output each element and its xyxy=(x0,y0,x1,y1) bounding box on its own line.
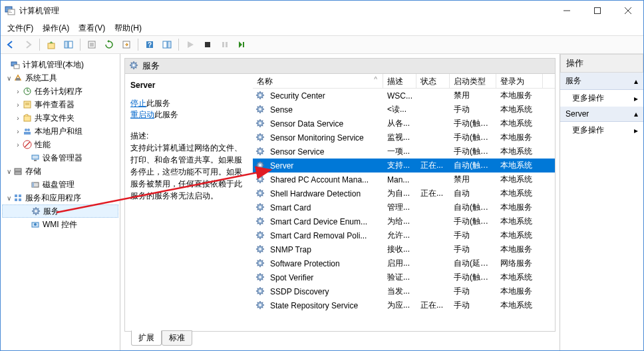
action-group-services[interactable]: 服务▴ xyxy=(560,73,643,90)
tree-localusers[interactable]: ›本地用户和组 xyxy=(2,125,118,138)
svg-line-48 xyxy=(25,142,30,147)
svg-rect-28 xyxy=(163,41,167,48)
menu-action[interactable]: 操作(A) xyxy=(39,21,73,35)
service-row[interactable]: Smart Card管理...自动(触发...本地服务 xyxy=(253,200,555,214)
tree-diskmgmt[interactable]: 磁盘管理 xyxy=(2,178,118,191)
cell-status: 正在... xyxy=(416,300,450,311)
gear-icon xyxy=(255,286,266,297)
gear-icon xyxy=(129,61,138,72)
services-list[interactable]: 名称 描述 状态 启动类型 登录为 Security CenterWSC...禁… xyxy=(253,74,555,331)
help-button[interactable]: ? xyxy=(142,37,157,52)
tab-standard[interactable]: 标准 xyxy=(162,330,192,346)
up-button[interactable] xyxy=(44,37,59,52)
close-button[interactable] xyxy=(613,1,643,21)
service-row[interactable]: Sensor Service一项...手动(触发...本地系统 xyxy=(253,145,555,159)
service-row[interactable]: Sensor Data Service从各...手动(触发...本地系统 xyxy=(253,117,555,131)
services-header: 服务 xyxy=(124,58,556,74)
svg-rect-18 xyxy=(48,43,55,49)
collapse-icon: ▴ xyxy=(634,77,638,86)
service-row[interactable]: Security CenterWSC...禁用本地服务 xyxy=(253,89,555,103)
col-logon[interactable]: 登录为 xyxy=(496,74,543,88)
show-hide-action-button[interactable] xyxy=(160,37,174,52)
menu-help[interactable]: 帮助(H) xyxy=(110,21,146,35)
service-row[interactable]: Sensor Monitoring Service监视...手动(触发...本地… xyxy=(253,131,555,145)
gear-icon xyxy=(255,272,266,283)
tree-systools[interactable]: ∨系统工具 xyxy=(2,71,118,85)
tree-devmgr[interactable]: 设备管理器 xyxy=(2,151,118,165)
gear-icon xyxy=(255,202,266,213)
cell-startup: 禁用 xyxy=(450,174,496,185)
toolbar: ? xyxy=(1,35,643,54)
cell-name: Server xyxy=(266,161,383,171)
cell-desc: 管理... xyxy=(383,202,416,213)
svg-rect-19 xyxy=(65,41,68,48)
service-row[interactable]: SSDP Discovery当发...手动本地服务 xyxy=(253,284,555,298)
action-header: 操作 xyxy=(560,54,643,73)
service-row[interactable]: Server支持...正在...自动(触发...本地系统 xyxy=(253,159,555,173)
titlebar: 计算机管理 xyxy=(1,1,643,21)
cell-startup: 手动 xyxy=(450,230,496,241)
service-row[interactable]: Shell Hardware Detection为自...正在...自动本地系统 xyxy=(253,186,555,200)
cell-desc: 验证... xyxy=(383,272,416,283)
cell-name: Spot Verifier xyxy=(266,273,383,282)
service-row[interactable]: Shared PC Account Mana...Man...禁用本地系统 xyxy=(253,173,555,186)
service-row[interactable]: Smart Card Removal Poli...允许...手动本地系统 xyxy=(253,228,555,242)
service-row[interactable]: SNMP Trap接收...手动本地服务 xyxy=(253,242,555,256)
stop-link[interactable]: 停止 xyxy=(130,99,146,108)
restart-link[interactable]: 重启动 xyxy=(130,110,154,119)
service-row[interactable]: Spot Verifier验证...手动(触发...本地系统 xyxy=(253,270,555,284)
cell-status: 正在... xyxy=(416,160,450,171)
action-more-services[interactable]: 更多操作▸ xyxy=(560,90,643,107)
col-startup[interactable]: 启动类型 xyxy=(450,74,496,88)
svg-rect-31 xyxy=(222,42,224,47)
tree-sharedfolders[interactable]: ›共享文件夹 xyxy=(2,111,118,125)
tree-wmi[interactable]: WMI 控件 xyxy=(2,218,118,231)
gear-icon xyxy=(255,91,266,101)
forward-button[interactable] xyxy=(21,37,35,52)
tree-svcapps[interactable]: ∨服务和应用程序 xyxy=(2,191,118,204)
cell-startup: 自动 xyxy=(450,188,496,199)
tree-storage[interactable]: ∨存储 xyxy=(2,165,118,178)
service-row[interactable]: Software Protection启用...自动(延迟...网络服务 xyxy=(253,256,555,270)
service-row[interactable]: Sense<读...手动本地系统 xyxy=(253,103,555,117)
cell-name: Smart Card xyxy=(266,203,383,212)
stop-service-button[interactable] xyxy=(200,37,215,52)
export-button[interactable] xyxy=(119,37,134,52)
bottom-tabs: 扩展 标准 xyxy=(124,332,556,346)
cell-startup: 自动(触发... xyxy=(450,202,496,213)
cell-desc: 允许... xyxy=(383,230,416,241)
refresh-button[interactable] xyxy=(102,37,116,52)
start-service-button[interactable] xyxy=(183,37,198,52)
service-row[interactable]: Smart Card Device Enum...为给...手动(触发...本地… xyxy=(253,214,555,228)
cell-logon: 本地服务 xyxy=(496,90,543,101)
maximize-button[interactable] xyxy=(582,1,613,21)
cell-logon: 网络服务 xyxy=(496,258,543,269)
action-group-server[interactable]: Server▴ xyxy=(560,107,643,122)
menu-file[interactable]: 文件(F) xyxy=(3,21,37,35)
menu-view[interactable]: 查看(V) xyxy=(75,21,109,35)
properties-button[interactable] xyxy=(84,37,99,52)
tree-scheduler[interactable]: ›任务计划程序 xyxy=(2,85,118,98)
tree-performance[interactable]: ›性能 xyxy=(2,138,118,151)
show-hide-tree-button[interactable] xyxy=(61,37,76,52)
minimize-button[interactable] xyxy=(552,1,582,21)
tree-pane[interactable]: 计算机管理(本地) ∨系统工具 ›任务计划程序 ›事件查看器 ›共享文件夹 ›本… xyxy=(1,54,120,350)
pause-service-button[interactable] xyxy=(218,37,232,52)
col-status[interactable]: 状态 xyxy=(416,74,450,88)
tree-root[interactable]: 计算机管理(本地) xyxy=(2,58,118,71)
col-desc[interactable]: 描述 xyxy=(383,74,416,88)
gear-icon xyxy=(255,161,266,171)
tab-extended[interactable]: 扩展 xyxy=(131,330,162,346)
cell-logon: 本地服务 xyxy=(496,132,543,143)
service-row[interactable]: State Repository Service为应...正在...手动本地系统 xyxy=(253,298,555,312)
cell-name: Software Protection xyxy=(266,259,383,268)
back-button[interactable] xyxy=(3,37,18,52)
restart-service-button[interactable] xyxy=(235,37,249,52)
action-more-server[interactable]: 更多操作▸ xyxy=(560,122,643,139)
tree-services[interactable]: 服务 xyxy=(2,204,118,218)
tree-eventviewer[interactable]: ›事件查看器 xyxy=(2,98,118,111)
cell-desc: 监视... xyxy=(383,132,416,143)
col-name[interactable]: 名称 xyxy=(253,74,383,88)
svg-rect-46 xyxy=(24,132,31,135)
svg-rect-52 xyxy=(15,172,21,175)
